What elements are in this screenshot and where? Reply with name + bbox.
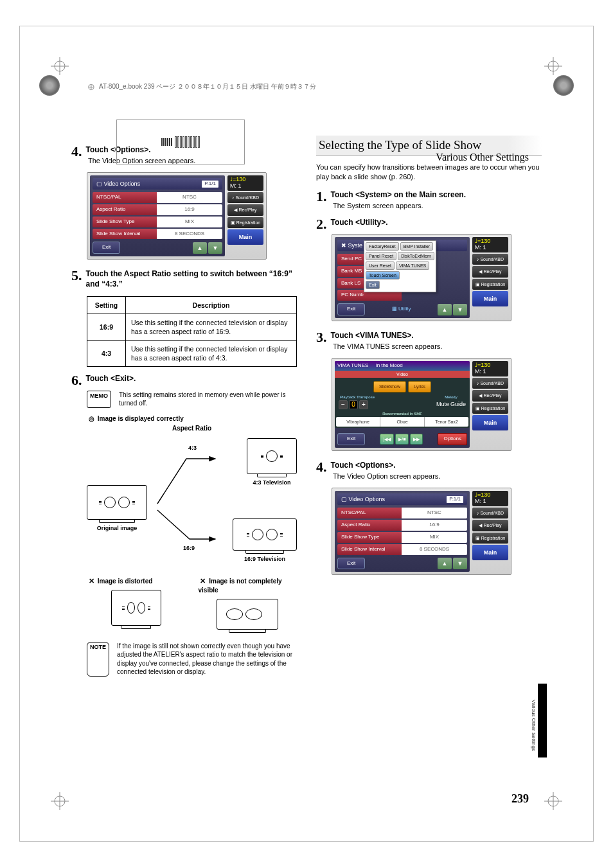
notvisible-label: Image is not completely visible (199, 578, 282, 594)
transpose-plus[interactable]: + (359, 400, 368, 409)
tempo-display: ♩=130M: 1 (472, 361, 508, 376)
popup-item[interactable]: Panel Reset (366, 252, 396, 260)
tv43-label: 4:3 Television (247, 479, 297, 486)
row-value[interactable]: 16:9 (402, 520, 467, 531)
row-label[interactable]: Slide Show Type (337, 532, 402, 543)
popup-item[interactable]: VIMA TUNES (396, 261, 429, 270)
row-label[interactable]: NTSC/PAL (93, 192, 157, 203)
main-button[interactable]: Main (472, 291, 508, 306)
exit-button[interactable]: Exit (337, 558, 365, 570)
step-number: 6 (71, 373, 82, 387)
row-value[interactable]: 8 SECONDS (157, 229, 222, 240)
video-options-panel: ▢ Video Options P.1/1 NTSC/PALNTSC Aspec… (87, 172, 267, 260)
guide-button[interactable]: Guide (450, 400, 466, 408)
instrument[interactable]: Tenor Sax2 (425, 417, 468, 427)
instrument[interactable]: Oboe (380, 417, 425, 427)
main-button[interactable]: Main (472, 415, 508, 430)
recplay-button[interactable]: ◀ Rec/Play (472, 266, 508, 277)
vima-title: VIMA TUNES In the Mood (335, 361, 470, 371)
crop-mark-icon (544, 57, 562, 75)
row-value[interactable]: 8 SECONDS (402, 544, 467, 555)
step-title: Touch <System> on the Main screen. (316, 190, 542, 200)
row-value[interactable]: NTSC (157, 192, 222, 203)
down-arrow-button[interactable]: ▼ (208, 242, 222, 254)
tempo-display: ♩=130M: 1 (472, 491, 508, 506)
transpose-minus[interactable]: − (339, 400, 348, 409)
instrument-row: Vibraphone Oboe Tenor Sax2 (336, 417, 468, 427)
recplay-button[interactable]: ◀ Rec/Play (227, 204, 263, 215)
td-desc: Use this setting if the connected televi… (126, 314, 297, 340)
row-value[interactable]: NTSC (402, 508, 467, 518)
up-arrow-button[interactable]: ▲ (193, 242, 207, 254)
lyrics-button[interactable]: Lyrics (408, 381, 431, 392)
row-label[interactable]: Slide Show Interval (93, 229, 157, 240)
slideshow-button[interactable]: SlideShow (373, 381, 406, 392)
product-illustration (116, 120, 245, 164)
step-title: Touch <VIMA TUNES>. (316, 330, 542, 341)
registration-button[interactable]: ▣ Registration (472, 533, 508, 544)
registration-button[interactable]: ▣ Registration (227, 217, 263, 228)
row-label[interactable]: Slide Show Interval (337, 544, 402, 555)
popup-item[interactable]: Touch Screen (366, 271, 400, 279)
panel-title: ▢ Video Options (96, 180, 140, 188)
r43-label: 4:3 (188, 444, 197, 452)
popup-exit[interactable]: Exit (366, 281, 380, 289)
main-button[interactable]: Main (472, 545, 508, 560)
row-label[interactable]: NTSC/PAL (337, 508, 402, 518)
soundkbd-button[interactable]: ♪ Sound/KBD (472, 254, 508, 265)
down-arrow-button[interactable]: ▼ (453, 558, 467, 569)
row-label[interactable]: Aspect Ratio (93, 204, 157, 215)
aspect-ratio-label: Aspect Ratio (87, 424, 297, 433)
popup-item[interactable]: User Reset (366, 261, 395, 270)
step-number: 2 (316, 217, 327, 231)
exit-button[interactable]: Exit (93, 242, 120, 254)
page-number: 239 (511, 792, 529, 806)
exit-button[interactable]: Exit (337, 433, 365, 445)
recplay-button[interactable]: ◀ Rec/Play (472, 390, 508, 401)
row-label[interactable]: Slide Show Type (93, 217, 157, 227)
soundkbd-button[interactable]: ♪ Sound/KBD (472, 378, 508, 389)
registration-button[interactable]: ▣ Registration (472, 403, 508, 414)
row-value[interactable]: MIX (402, 532, 467, 543)
side-tab (538, 684, 547, 757)
distorted-label: Image is distorted (98, 578, 153, 585)
step-title: Touch <Exit>. (71, 373, 297, 384)
mute-button[interactable]: Mute (436, 400, 449, 408)
step-number: 4 (71, 145, 82, 159)
panel-title: ✖ Syste (341, 242, 362, 249)
forward-button[interactable]: ▶▶ (410, 434, 423, 445)
play-stop-button[interactable]: ▶/■ (395, 434, 409, 445)
down-arrow-button[interactable]: ▼ (453, 304, 467, 315)
aspect-ratio-table: Setting Description 16:9 Use this settin… (87, 296, 297, 368)
row-value[interactable]: 16:9 (157, 204, 222, 215)
options-button[interactable]: Options (438, 433, 467, 445)
up-arrow-button[interactable]: ▲ (438, 558, 452, 569)
transpose-label: Playback Transpose (339, 394, 376, 400)
exit-button[interactable]: Exit (337, 303, 365, 315)
row-label[interactable]: Aspect Ratio (337, 520, 402, 531)
rewind-button[interactable]: |◀◀ (380, 434, 394, 445)
registration-button[interactable]: ▣ Registration (472, 279, 508, 290)
melody-label: Melody (436, 394, 466, 400)
popup-item[interactable]: FactoryReset (366, 242, 399, 251)
vima-tunes-panel: VIMA TUNES In the Mood Video SlideShow L… (332, 358, 511, 451)
r169-label: 16:9 (183, 544, 195, 552)
original-label: Original image (87, 524, 147, 532)
instrument[interactable]: Vibraphone (336, 417, 380, 427)
popup-item[interactable]: DiskToExtMem (398, 252, 434, 260)
page-indicator: P.1/1 (202, 181, 218, 188)
header-text: AT-800_e.book 239 ページ ２００８年１０月１５日 水曜日 午前… (99, 82, 316, 91)
transpose-value: 0 (349, 400, 358, 409)
up-arrow-button[interactable]: ▲ (438, 304, 452, 315)
step-subtext: The VIMA TUNES screen appears. (333, 342, 542, 351)
popup-item[interactable]: BMP Installer (400, 242, 434, 251)
video-tab[interactable]: Video (335, 371, 470, 378)
td-setting: 16:9 (87, 314, 126, 340)
soundkbd-button[interactable]: ♪ Sound/KBD (472, 508, 508, 518)
soundkbd-button[interactable]: ♪ Sound/KBD (227, 192, 263, 203)
row-value[interactable]: MIX (157, 217, 222, 227)
main-button[interactable]: Main (227, 229, 263, 245)
recplay-button[interactable]: ◀ Rec/Play (472, 520, 508, 531)
crop-mark-icon (544, 792, 562, 810)
x-icon (199, 576, 208, 586)
